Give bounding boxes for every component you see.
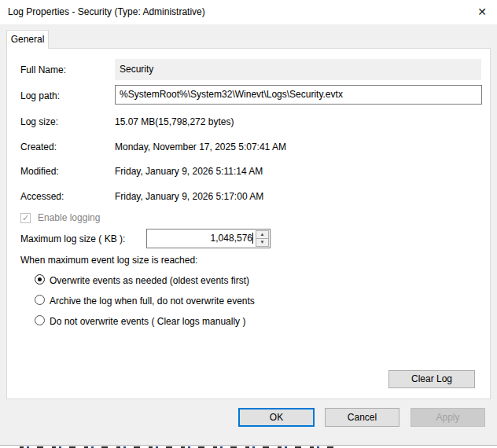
background-window-clipped-row [0,445,497,448]
radio-overwrite-as-needed-label: Overwrite events as needed (oldest event… [50,275,249,286]
radio-archive-when-full-label: Archive the log when full, do not overwr… [50,296,255,307]
max-log-size-label: Maximum log size ( KB ): [20,233,125,244]
log-size-label: Log size: [20,116,58,127]
spin-buttons: ▲ ▼ [256,230,269,247]
log-path-input[interactable]: %SystemRoot%\System32\Winevt\Logs\Securi… [115,85,482,105]
max-log-size-stepper[interactable]: 1,048,576 ▲ ▼ [146,229,271,248]
cancel-button[interactable]: Cancel [325,408,399,427]
retention-question-label: When maximum event log size is reached: [20,255,197,266]
accessed-label: Accessed: [20,191,64,202]
full-name-label: Full Name: [20,64,66,75]
created-value: Monday, November 17, 2025 5:07:41 AM [115,141,286,152]
radio-do-not-overwrite-label: Do not overwrite events ( Clear logs man… [50,316,245,327]
modified-value: Friday, January 9, 2026 5:11:14 AM [115,166,263,177]
title-bar: Log Properties - Security (Type: Adminis… [0,0,497,24]
spin-down-icon[interactable]: ▼ [256,238,269,247]
log-path-label: Log path: [20,90,60,101]
created-label: Created: [20,141,57,152]
close-icon[interactable]: ✕ [474,4,490,20]
full-name-field: Security [115,59,481,80]
enable-logging-label: Enable logging [38,212,100,223]
log-properties-dialog: Log Properties - Security (Type: Adminis… [0,0,497,445]
max-log-size-value: 1,048,576 [211,230,253,248]
clear-log-button[interactable]: Clear Log [388,370,475,388]
spin-up-icon[interactable]: ▲ [256,230,269,238]
text-caret [252,233,253,244]
tab-general[interactable]: General [6,30,49,49]
radio-archive-when-full[interactable] [35,295,45,305]
general-tab-page: Full Name: Security Log path: %SystemRoo… [6,48,491,399]
apply-button: Apply [410,408,485,427]
window-title: Log Properties - Security (Type: Adminis… [8,6,205,17]
modified-label: Modified: [20,166,59,177]
log-size-value: 15.07 MB(15,798,272 bytes) [115,116,234,127]
radio-overwrite-as-needed[interactable] [35,274,45,285]
radio-do-not-overwrite[interactable] [35,315,45,325]
ok-button[interactable]: OK [238,408,315,427]
enable-logging-checkbox[interactable]: ✓ [20,213,31,223]
accessed-value: Friday, January 9, 2026 5:17:00 AM [115,191,263,202]
